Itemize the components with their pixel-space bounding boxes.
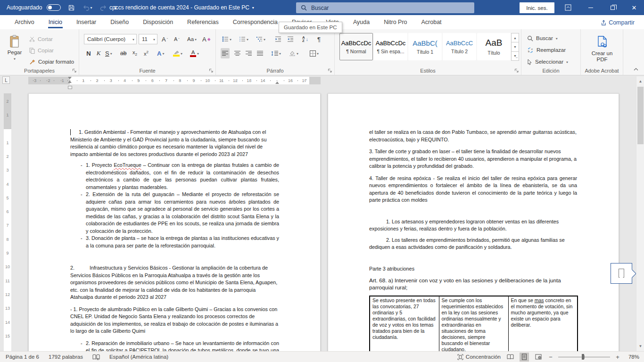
find-button[interactable]: Buscar▾ [527, 33, 558, 43]
cut-button[interactable]: Cortar [29, 34, 53, 44]
copy-button[interactable]: Copiar [29, 45, 54, 56]
font-name-select[interactable]: Calibri (Cuerpo)▾ [84, 34, 137, 44]
focus-mode-button[interactable]: Concentración [457, 354, 501, 360]
font-color-button[interactable]: A▾ [189, 48, 200, 58]
language-indicator[interactable]: Español (América latina) [109, 354, 168, 360]
style-titulo-1[interactable]: AaBbC( Título 1 [408, 33, 442, 60]
styles-scroll-down-button[interactable]: ▼ [511, 42, 519, 51]
table-cell[interactable]: Se estuvo presente en todas las convocat… [370, 296, 439, 351]
tab-correspondencia[interactable]: Correspondencia [226, 15, 285, 29]
highlight-color-button[interactable]: ▾ [172, 48, 184, 58]
close-button[interactable]: ✕ [626, 0, 642, 15]
styles-scroll-up-button[interactable]: ▲ [511, 33, 519, 42]
scroll-down-button[interactable]: ▼ [636, 342, 644, 350]
share-button[interactable]: Compartir [597, 17, 637, 28]
tab-diseno[interactable]: Diseño [103, 15, 136, 29]
font-size-select[interactable]: 11▾ [139, 34, 157, 44]
bullet-list-button[interactable]: ▾ [221, 34, 233, 44]
tab-disposicion[interactable]: Disposición [136, 15, 180, 29]
line-spacing-button[interactable]: ▾ [270, 48, 282, 58]
numbered-list-button[interactable]: ▾ [238, 34, 250, 44]
left-indent-marker[interactable] [68, 86, 72, 89]
table-cell[interactable]: En que se mas concreto en el momento de … [508, 296, 578, 351]
first-line-indent-marker[interactable] [68, 77, 72, 79]
shading-button[interactable]: ▾ [288, 48, 300, 58]
style-normal[interactable]: AaBbCcDc ¶ Normal [339, 33, 373, 60]
shrink-font-button[interactable]: Aˇ [173, 34, 181, 44]
select-button[interactable]: Seleccionar▾ [527, 57, 568, 67]
minimize-button[interactable] [583, 0, 599, 15]
strikethrough-button[interactable]: ab [119, 48, 128, 58]
change-case-button[interactable]: Aa▾ [186, 34, 198, 44]
tab-inicio[interactable]: Inicio [41, 15, 69, 29]
tab-archivo[interactable]: Archivo [8, 15, 41, 29]
paragraph-dialog-launcher[interactable] [327, 67, 332, 73]
vertical-scrollbar[interactable]: ▲ ▼ [636, 76, 644, 351]
resume-reading-marker[interactable] [611, 263, 632, 284]
sort-button[interactable]: AZ↓ [301, 34, 310, 44]
zoom-slider[interactable] [558, 354, 610, 360]
underline-button[interactable]: S▾ [104, 48, 114, 58]
redo-icon[interactable] [98, 2, 109, 13]
font-dialog-launcher[interactable] [208, 67, 214, 73]
align-center-button[interactable] [233, 48, 242, 58]
show-marks-button[interactable]: ¶ [316, 34, 322, 44]
search-input[interactable]: Buscar [296, 2, 474, 13]
bold-button[interactable]: N [84, 48, 93, 58]
save-icon[interactable] [66, 2, 77, 13]
autosave-toggle[interactable] [47, 4, 61, 11]
restore-button[interactable] [604, 0, 620, 15]
scroll-up-button[interactable]: ▲ [636, 77, 644, 85]
collapse-ribbon-button[interactable] [632, 66, 640, 73]
increase-indent-button[interactable] [286, 34, 295, 44]
tab-referencias[interactable]: Referencias [180, 15, 226, 29]
justify-button[interactable] [256, 48, 264, 58]
format-painter-button[interactable]: Copiar formato [29, 57, 74, 67]
table-cell[interactable]: Se cumple con los requerimientos estable… [439, 296, 508, 351]
multilevel-list-button[interactable]: ▾ [255, 34, 267, 44]
word-count[interactable]: 1792 palabras [49, 354, 83, 360]
zoom-slider-thumb[interactable] [582, 354, 584, 360]
clear-formatting-button[interactable]: A◈ [201, 34, 212, 44]
subscript-button[interactable]: x2 [131, 48, 139, 58]
document-title[interactable]: cpccs rendicion de cuenta 2024 - Guardad… [109, 0, 254, 15]
zoom-percentage[interactable]: 78% [625, 354, 639, 360]
text-effects-button[interactable]: A▾ [156, 48, 165, 58]
decrease-indent-button[interactable] [273, 34, 283, 44]
style-titulo-2[interactable]: AaBbCcC Título 2 [443, 33, 476, 60]
print-layout-button[interactable] [520, 353, 529, 362]
replace-button[interactable]: bc Reemplazar [527, 45, 566, 55]
tab-acrobat[interactable]: Acrobat [414, 15, 449, 29]
paste-button[interactable]: Pegar ▾ [4, 33, 25, 68]
page-indicator[interactable]: Página 1 de 6 [6, 354, 39, 360]
styles-gallery-more-button[interactable]: ▼̲ [511, 51, 519, 61]
styles-dialog-launcher[interactable] [513, 67, 519, 73]
tab-selector[interactable]: L [2, 76, 10, 84]
zoom-in-button[interactable]: + [615, 354, 620, 361]
create-pdf-button[interactable]: Crear un PDF [587, 33, 617, 67]
clipboard-dialog-launcher[interactable] [71, 67, 77, 73]
align-right-button[interactable] [244, 48, 253, 58]
hanging-indent-marker[interactable] [68, 81, 72, 83]
italic-button[interactable]: K [94, 48, 103, 58]
align-left-button[interactable] [221, 48, 230, 58]
page-2[interactable]: el taller se realiza en la casa de don P… [328, 93, 619, 351]
borders-button[interactable]: ▾ [308, 48, 320, 58]
page-1[interactable]: 1. Gestión Ambiental - Fomentar el manej… [28, 93, 321, 351]
zoom-out-button[interactable]: − [548, 354, 553, 361]
tab-insertar[interactable]: Insertar [69, 15, 103, 29]
style-sin-espaciado[interactable]: AaBbCcDc ¶ Sin espa... [374, 33, 407, 60]
grow-font-button[interactable]: Aˆ [160, 34, 169, 44]
right-indent-marker[interactable] [275, 82, 279, 84]
undo-icon[interactable]: ▾ [82, 2, 93, 13]
superscript-button[interactable]: x2 [142, 48, 150, 58]
ribbon-display-options-button[interactable] [560, 0, 576, 15]
sign-in-button[interactable]: Inic. ses. [520, 2, 554, 13]
scrollbar-thumb[interactable] [637, 87, 644, 144]
web-layout-button[interactable] [534, 353, 543, 362]
read-mode-button[interactable] [505, 353, 515, 362]
proofing-status-icon[interactable] [92, 354, 100, 360]
tab-ayuda[interactable]: Ayuda [346, 15, 377, 29]
tab-nitro-pro[interactable]: Nitro Pro [377, 15, 414, 29]
style-titulo[interactable]: AaB Título [477, 33, 511, 60]
